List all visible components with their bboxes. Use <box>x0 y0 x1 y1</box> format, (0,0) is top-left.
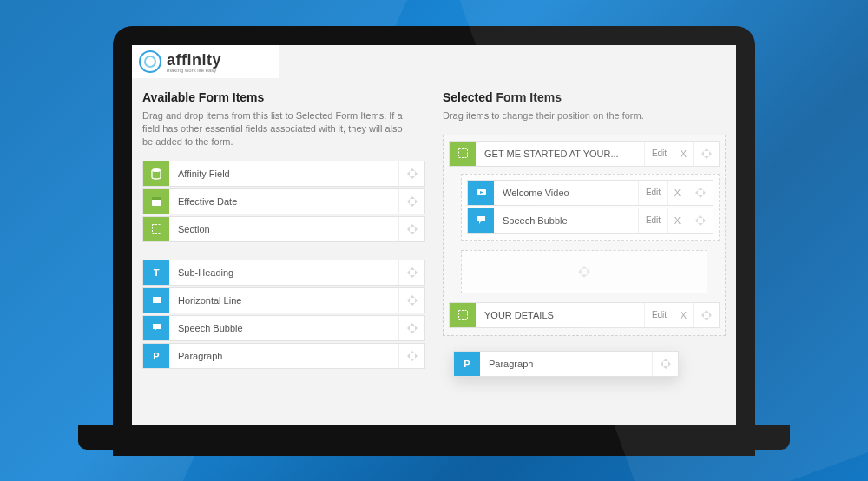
line-icon <box>143 288 169 313</box>
database-icon <box>143 161 169 186</box>
available-item-paragraph[interactable]: P Paragraph <box>142 343 425 369</box>
app-screen: affinity making work life easy Available… <box>132 45 736 432</box>
item-label: GET ME STARTED AT YOUR... <box>476 142 644 166</box>
remove-button[interactable]: X <box>674 303 693 327</box>
drag-handle-icon <box>571 265 597 279</box>
speech-icon <box>468 208 494 233</box>
speech-icon <box>143 316 169 340</box>
svg-rect-8 <box>458 311 467 320</box>
section-icon <box>143 217 169 241</box>
drag-handle-icon[interactable] <box>687 181 713 205</box>
item-label: Affinity Field <box>169 161 398 186</box>
drag-handle-icon[interactable] <box>693 303 719 327</box>
drag-handle-icon[interactable] <box>398 161 424 186</box>
available-heading: Available Form Items <box>142 90 425 104</box>
drag-handle-icon[interactable] <box>687 208 713 233</box>
svg-rect-2 <box>152 197 161 200</box>
edit-button[interactable]: Edit <box>638 208 667 233</box>
drop-target[interactable] <box>461 250 707 293</box>
affinity-logo-icon <box>139 50 161 73</box>
drag-handle-icon[interactable] <box>398 288 424 313</box>
selected-drop-area[interactable]: GET ME STARTED AT YOUR... Edit X Welco <box>443 135 726 336</box>
drag-handle-icon[interactable] <box>398 316 424 340</box>
selected-section-your-details[interactable]: YOUR DETAILS Edit X <box>449 302 720 328</box>
item-label: Welcome Video <box>494 181 638 205</box>
video-icon <box>468 181 494 205</box>
item-label: Paragraph <box>169 344 398 368</box>
laptop-base <box>78 425 790 450</box>
selected-section-get-started[interactable]: GET ME STARTED AT YOUR... Edit X <box>449 141 720 167</box>
available-item-effective-date[interactable]: Effective Date <box>142 188 425 214</box>
remove-button[interactable]: X <box>667 208 687 233</box>
selected-heading: Selected Form Items <box>443 90 726 104</box>
brand-bar: affinity making work life easy <box>132 45 279 78</box>
svg-point-0 <box>152 168 161 172</box>
edit-button[interactable]: Edit <box>644 142 674 166</box>
laptop-frame: affinity making work life easy Available… <box>113 26 755 456</box>
selected-item-welcome-video[interactable]: Welcome Video Edit X <box>467 180 713 206</box>
calendar-icon <box>143 189 169 214</box>
available-item-sub-heading[interactable]: T Sub-Heading <box>142 260 425 286</box>
item-label: Section <box>169 217 398 241</box>
dragging-item-paragraph[interactable]: P Paragraph <box>453 351 679 377</box>
section-icon <box>450 142 476 166</box>
drag-handle-icon[interactable] <box>693 142 719 166</box>
drag-handle-icon[interactable] <box>398 260 424 285</box>
item-label: Paragraph <box>480 352 652 376</box>
item-label: Effective Date <box>169 189 398 214</box>
item-label: Sub-Heading <box>169 260 398 285</box>
item-label: Horizontal Line <box>169 288 398 313</box>
brand-name: affinity <box>167 51 221 69</box>
drag-handle-icon[interactable] <box>398 189 424 214</box>
selected-item-speech-bubble[interactable]: Speech Bubble Edit X <box>467 208 713 234</box>
text-icon: T <box>143 260 169 285</box>
item-label: Speech Bubble <box>494 208 638 233</box>
section-children[interactable]: Welcome Video Edit X Speech Bubble <box>461 174 720 241</box>
remove-button[interactable]: X <box>667 181 687 205</box>
available-group-data: Affinity Field Effective Date <box>142 161 425 242</box>
drag-handle-icon[interactable] <box>398 217 424 241</box>
available-item-speech-bubble[interactable]: Speech Bubble <box>142 315 425 341</box>
available-hint: Drag and drop items from this list to Se… <box>142 109 403 148</box>
item-label: YOUR DETAILS <box>476 303 644 327</box>
selected-items-panel: Selected Form Items Drag items to change… <box>443 90 726 371</box>
svg-rect-6 <box>458 149 467 158</box>
available-group-layout: T Sub-Heading Horizontal Line <box>142 260 425 369</box>
drag-handle-icon[interactable] <box>398 344 424 368</box>
item-label: Speech Bubble <box>169 316 398 340</box>
available-item-section[interactable]: Section <box>142 216 425 242</box>
drag-handle-icon[interactable] <box>652 352 678 376</box>
selected-hint: Drag items to change their position on t… <box>443 109 703 122</box>
svg-rect-3 <box>152 225 161 234</box>
available-items-panel: Available Form Items Drag and drop items… <box>142 90 425 371</box>
svg-rect-5 <box>154 300 160 300</box>
available-item-affinity-field[interactable]: Affinity Field <box>142 161 425 187</box>
section-icon <box>450 303 476 327</box>
edit-button[interactable]: Edit <box>638 181 667 205</box>
paragraph-icon: P <box>143 344 169 368</box>
remove-button[interactable]: X <box>674 142 693 166</box>
edit-button[interactable]: Edit <box>644 303 674 327</box>
available-item-horizontal-line[interactable]: Horizontal Line <box>142 287 425 313</box>
paragraph-icon: P <box>454 352 480 376</box>
brand-tagline: making work life easy <box>167 68 221 73</box>
